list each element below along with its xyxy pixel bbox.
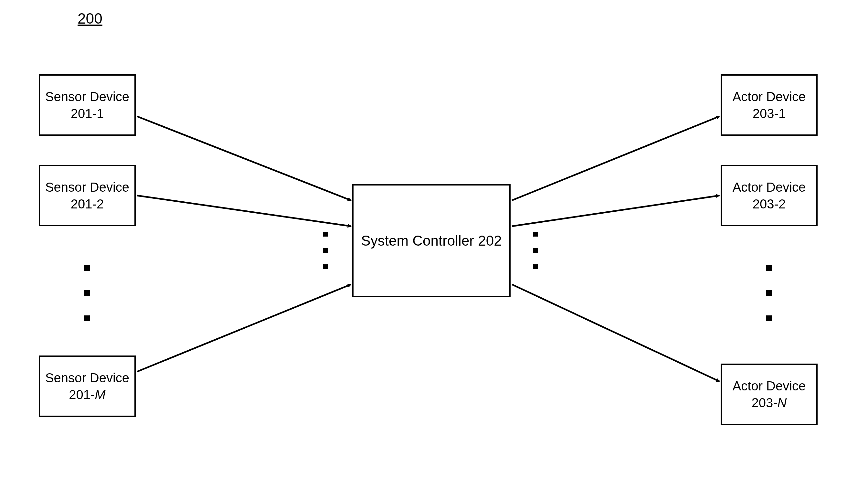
left-multi-ellipsis-icon bbox=[323, 226, 328, 275]
actor-device-1: Actor Device 203-1 bbox=[721, 74, 817, 136]
actor-n-id-var: N bbox=[777, 396, 787, 410]
sensor-device-1: Sensor Device 201-1 bbox=[39, 74, 136, 136]
sensor-ellipsis-icon bbox=[84, 255, 90, 331]
actor-2-id-prefix: 203- bbox=[753, 197, 778, 211]
svg-line-0 bbox=[137, 116, 351, 201]
sensor-2-id: 201-2 bbox=[71, 195, 104, 212]
actor-2-label: Actor Device bbox=[733, 179, 806, 195]
svg-line-3 bbox=[512, 116, 719, 201]
actor-ellipsis-icon bbox=[766, 255, 772, 331]
actor-2-id: 203-2 bbox=[753, 195, 785, 212]
actor-1-id: 203-1 bbox=[753, 105, 785, 122]
right-multi-ellipsis-icon bbox=[533, 226, 538, 275]
system-controller: System Controller 202 bbox=[352, 184, 510, 297]
diagram-canvas: 200 Sensor Device 201-1 Sensor Device 20… bbox=[0, 0, 868, 488]
sensor-2-label: Sensor Device bbox=[45, 179, 129, 195]
svg-line-1 bbox=[137, 195, 351, 226]
actor-1-id-prefix: 203- bbox=[753, 106, 778, 121]
actor-n-id-prefix: 203- bbox=[752, 396, 777, 410]
actor-n-id: 203-N bbox=[752, 394, 787, 411]
sensor-m-id-var: M bbox=[95, 388, 105, 402]
sensor-2-id-prefix: 201- bbox=[71, 197, 97, 211]
svg-line-5 bbox=[512, 284, 719, 382]
sensor-1-id-var: 1 bbox=[97, 106, 104, 121]
actor-device-2: Actor Device 203-2 bbox=[721, 165, 817, 226]
actor-2-id-var: 2 bbox=[778, 197, 785, 211]
sensor-device-2: Sensor Device 201-2 bbox=[39, 165, 136, 226]
controller-label: System Controller 202 bbox=[361, 232, 501, 250]
svg-line-4 bbox=[512, 195, 719, 226]
actor-1-label: Actor Device bbox=[733, 88, 806, 105]
sensor-2-id-var: 2 bbox=[97, 197, 104, 211]
svg-line-2 bbox=[137, 284, 351, 372]
sensor-1-label: Sensor Device bbox=[45, 88, 129, 105]
sensor-1-id-prefix: 201- bbox=[71, 106, 97, 121]
sensor-device-m: Sensor Device 201-M bbox=[39, 356, 136, 417]
actor-1-id-var: 1 bbox=[778, 106, 785, 121]
sensor-m-id: 201-M bbox=[69, 386, 105, 403]
sensor-m-label: Sensor Device bbox=[45, 369, 129, 386]
actor-device-n: Actor Device 203-N bbox=[721, 364, 817, 425]
sensor-1-id: 201-1 bbox=[71, 105, 104, 122]
figure-number: 200 bbox=[78, 10, 102, 27]
actor-n-label: Actor Device bbox=[733, 377, 806, 394]
sensor-m-id-prefix: 201- bbox=[69, 388, 95, 402]
